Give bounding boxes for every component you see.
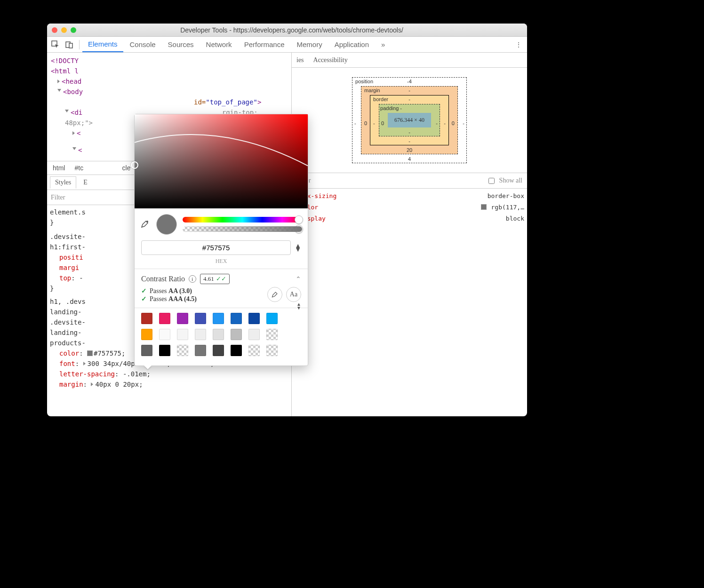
titlebar: Developer Tools - https://developers.goo… bbox=[47, 24, 527, 37]
alpha-slider[interactable] bbox=[183, 226, 302, 232]
palette-swatch[interactable] bbox=[231, 345, 242, 356]
devtools-window: Developer Tools - https://developers.goo… bbox=[47, 24, 527, 416]
hue-slider[interactable] bbox=[183, 217, 302, 222]
contrast-ratio-value: 4.61 ✓✓ bbox=[200, 274, 230, 284]
kebab-menu-icon[interactable]: ⋮ bbox=[512, 38, 525, 51]
palette-swatch[interactable] bbox=[248, 329, 260, 340]
window-title: Developer Tools - https://developers.goo… bbox=[80, 26, 522, 34]
palette-section: ▲▼ bbox=[135, 308, 308, 366]
computed-value: block bbox=[506, 213, 524, 224]
tab-sources[interactable]: Sources bbox=[162, 37, 200, 52]
tab-application[interactable]: Application bbox=[329, 37, 375, 52]
subtab-e[interactable]: E bbox=[78, 176, 93, 189]
palette-swatch[interactable] bbox=[266, 313, 278, 324]
palette-swatch[interactable] bbox=[195, 329, 206, 340]
palette-swatch[interactable] bbox=[177, 313, 188, 324]
contrast-section: Contrast Ratio i 4.61 ✓✓ ⌃ ✓Passes AA (3… bbox=[135, 269, 308, 308]
format-toggle-icon[interactable]: ▲▼ bbox=[295, 244, 301, 252]
palette-swatch[interactable] bbox=[231, 313, 242, 324]
box-model[interactable]: position -4 4 - - margin - 20 0 0 border… bbox=[292, 68, 527, 173]
tabs-overflow-icon[interactable]: » bbox=[376, 37, 391, 52]
computed-filter-row: Filter Show all bbox=[292, 173, 527, 189]
palette-swatch[interactable] bbox=[213, 345, 224, 356]
box-model-content: 676.344 × 40 bbox=[388, 113, 431, 127]
inspect-icon[interactable] bbox=[49, 38, 62, 51]
computed-filter-input[interactable]: Filter bbox=[296, 177, 484, 184]
palette-switch-icon[interactable]: ▲▼ bbox=[296, 302, 301, 310]
palette-swatch[interactable] bbox=[141, 345, 152, 356]
eyedropper-icon[interactable] bbox=[140, 219, 151, 230]
zoom-dot[interactable] bbox=[71, 27, 76, 33]
computed-list[interactable]: box-sizingborder-boxcolor rgb(117,…displ… bbox=[292, 189, 527, 226]
collapse-contrast-icon[interactable]: ⌃ bbox=[296, 275, 301, 283]
info-icon[interactable]: i bbox=[189, 275, 196, 283]
palette-swatch[interactable] bbox=[248, 345, 260, 356]
svg-point-3 bbox=[146, 221, 148, 222]
main-toolbar: Elements Console Sources Network Perform… bbox=[47, 37, 527, 53]
hex-label: HEX bbox=[135, 258, 308, 269]
palette-swatch[interactable] bbox=[248, 313, 260, 324]
palette-swatch[interactable] bbox=[195, 313, 206, 324]
tab-console[interactable]: Console bbox=[124, 37, 161, 52]
tab-memory[interactable]: Memory bbox=[291, 37, 328, 52]
tab-network[interactable]: Network bbox=[200, 37, 238, 52]
close-dot[interactable] bbox=[52, 27, 57, 33]
computed-value: rgb(117,… bbox=[481, 202, 524, 213]
palette-swatch[interactable] bbox=[231, 329, 242, 340]
minimize-dot[interactable] bbox=[61, 27, 67, 33]
show-all-checkbox[interactable] bbox=[488, 178, 495, 184]
filter-input[interactable]: Filter bbox=[51, 194, 97, 201]
subtab-ies[interactable]: ies bbox=[296, 56, 304, 64]
contrast-ratio-label: Contrast Ratio bbox=[141, 275, 185, 283]
color-cursor[interactable] bbox=[131, 161, 138, 169]
color-picker-popover: ▲▼ HEX Contrast Ratio i 4.61 ✓✓ ⌃ ✓Passe… bbox=[134, 114, 308, 366]
palette-swatch[interactable] bbox=[213, 313, 224, 324]
color-swatch[interactable] bbox=[87, 350, 93, 356]
palette-swatch[interactable] bbox=[159, 329, 170, 340]
palette-swatch[interactable] bbox=[141, 313, 152, 324]
palette-swatch[interactable] bbox=[195, 345, 206, 356]
right-subtabs: ies Accessibility bbox=[292, 53, 527, 68]
palette-swatch[interactable] bbox=[141, 329, 152, 340]
computed-value: border-box bbox=[488, 191, 524, 202]
svg-rect-2 bbox=[69, 43, 72, 48]
device-toggle-icon[interactable] bbox=[63, 38, 76, 51]
current-color-swatch bbox=[156, 214, 177, 235]
palette-swatch[interactable] bbox=[266, 345, 278, 356]
bg-eyedropper-icon[interactable] bbox=[267, 287, 282, 302]
palette-swatch[interactable] bbox=[159, 313, 170, 324]
crumb-html[interactable]: html bbox=[49, 162, 69, 174]
palette-swatch[interactable] bbox=[177, 345, 188, 356]
crumb-tc[interactable]: #tc bbox=[71, 162, 87, 174]
palette-swatch[interactable] bbox=[213, 329, 224, 340]
subtab-accessibility[interactable]: Accessibility bbox=[313, 56, 348, 64]
show-all-label: Show all bbox=[499, 177, 522, 184]
text-sample-icon[interactable]: Aa bbox=[286, 287, 301, 302]
palette-swatch[interactable] bbox=[177, 329, 188, 340]
tab-performance[interactable]: Performance bbox=[239, 37, 290, 52]
subtab-styles[interactable]: Styles bbox=[50, 176, 76, 189]
hex-input[interactable] bbox=[141, 240, 291, 255]
saturation-value-field[interactable] bbox=[135, 114, 308, 208]
palette-swatch[interactable] bbox=[266, 329, 278, 340]
tab-elements[interactable]: Elements bbox=[82, 37, 123, 52]
palette-swatch[interactable] bbox=[159, 345, 170, 356]
